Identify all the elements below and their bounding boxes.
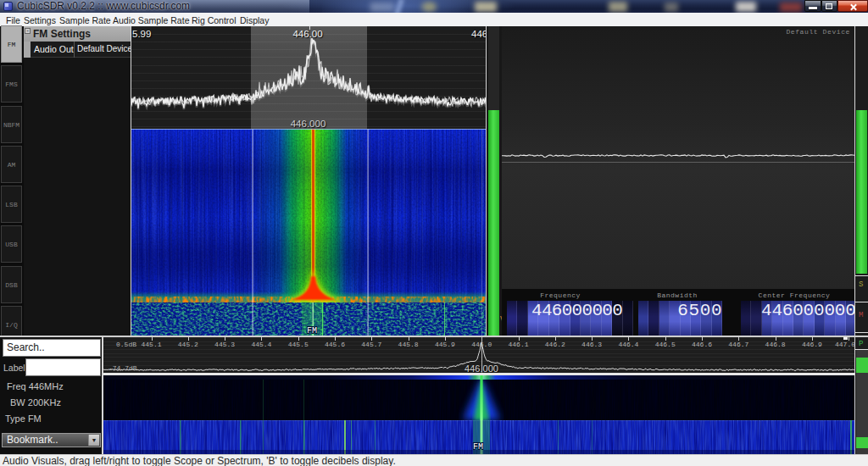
svg-text:FM: FM <box>473 442 483 452</box>
svg-text:FM: FM <box>307 326 317 336</box>
